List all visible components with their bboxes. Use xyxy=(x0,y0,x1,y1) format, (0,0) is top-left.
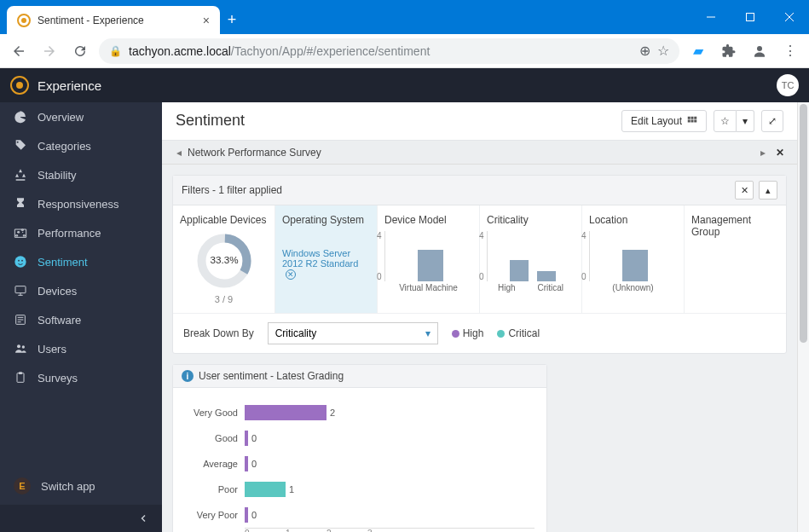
svg-point-4 xyxy=(757,46,762,51)
sidebar-item-label: Devices xyxy=(38,285,77,298)
svg-rect-18 xyxy=(694,117,696,119)
chat-icon[interactable]: ▰ xyxy=(686,39,710,63)
sidebar-item-performance[interactable]: Performance xyxy=(0,218,162,247)
favorite-button[interactable]: ☆ xyxy=(714,110,737,132)
svg-rect-1 xyxy=(747,14,754,21)
filter-applicable-devices: Applicable Devices 33.3% 3 / 9 xyxy=(173,205,275,313)
x-tick: 1 xyxy=(286,529,326,532)
x-tick: 2 xyxy=(326,529,367,532)
scrollbar[interactable] xyxy=(797,102,809,532)
filter-operating-system[interactable]: Operating System Windows Server 2012 R2 … xyxy=(275,205,378,313)
breakdown-select[interactable]: Criticality ▾ xyxy=(268,322,438,344)
info-icon[interactable]: i xyxy=(182,370,194,382)
filter-label: Operating System xyxy=(282,214,370,226)
filter-label: Applicable Devices xyxy=(180,214,268,226)
survey-prev-button[interactable]: ◂ xyxy=(170,147,188,159)
browser-tab[interactable]: Sentiment - Experience × xyxy=(7,6,220,34)
sidebar-item-label: Users xyxy=(38,343,66,356)
extensions-icon[interactable] xyxy=(717,39,741,63)
sidebar-item-stability[interactable]: Stability xyxy=(0,160,162,189)
hbar-category-label: Average xyxy=(185,459,245,469)
filter-location[interactable]: Location 40(Unknown) xyxy=(582,205,685,313)
sidebar-item-label: Sentiment xyxy=(38,256,88,269)
sidebar-collapse-button[interactable] xyxy=(0,505,162,532)
hbar-segment xyxy=(245,482,286,497)
fullscreen-button[interactable]: ⤢ xyxy=(761,110,783,132)
hbar-value: 0 xyxy=(251,433,257,443)
favicon-icon xyxy=(17,14,31,27)
sidebar-item-software[interactable]: Software xyxy=(0,305,162,334)
sidebar-item-label: Software xyxy=(38,314,81,327)
nav-back-button[interactable] xyxy=(7,39,31,63)
svg-point-8 xyxy=(18,260,20,262)
filter-device-model[interactable]: Device Model 40Virtual Machine xyxy=(378,205,480,313)
hbar-category-label: Very Good xyxy=(185,408,245,418)
filters-card: Filters - 1 filter applied ✕ ▴ Applicabl… xyxy=(172,175,787,354)
favorite-menu-button[interactable]: ▾ xyxy=(737,110,754,132)
scrollbar-thumb[interactable] xyxy=(800,104,807,343)
svg-point-5 xyxy=(18,232,19,233)
search-in-page-icon[interactable]: ⊕ xyxy=(639,43,650,59)
sidebar-item-responsiveness[interactable]: Responsiveness xyxy=(0,189,162,218)
filter-os-remove-icon[interactable]: ✕ xyxy=(286,269,296,280)
window-maximize-button[interactable] xyxy=(731,0,770,34)
filter-management-group[interactable]: Management Group xyxy=(685,205,786,313)
smile-icon xyxy=(14,255,27,269)
grid-icon xyxy=(687,116,697,126)
browser-toolbar: 🔒 tachyon.acme.local/Tachyon/App/#/exper… xyxy=(0,34,809,68)
clipboard-icon xyxy=(14,371,27,385)
filter-label: Criticality xyxy=(487,214,575,226)
sidebar-item-devices[interactable]: Devices xyxy=(0,276,162,305)
browser-menu-icon[interactable]: ⋮ xyxy=(778,39,802,63)
window-close-button[interactable] xyxy=(770,0,809,34)
sidebar-item-sentiment[interactable]: Sentiment xyxy=(0,247,162,276)
bookmark-icon[interactable]: ☆ xyxy=(657,43,669,59)
app-header: Experience TC xyxy=(0,68,809,102)
svg-rect-20 xyxy=(691,119,694,122)
window-minimize-button[interactable] xyxy=(691,0,731,34)
svg-point-12 xyxy=(17,344,20,348)
user-avatar[interactable]: TC xyxy=(777,74,799,96)
hbar-segment xyxy=(245,405,326,420)
profile-icon[interactable] xyxy=(748,39,771,63)
url-text: tachyon.acme.local/Tachyon/App/#/experie… xyxy=(129,44,633,58)
gauge-icon xyxy=(14,226,27,240)
hbar-value: 2 xyxy=(330,408,335,418)
hbar-category-label: Poor xyxy=(185,484,245,494)
survey-name: Network Performance Survey xyxy=(188,147,754,159)
hbar-value: 1 xyxy=(289,484,294,494)
hbar-value: 0 xyxy=(251,459,257,469)
filters-header-text: Filters - 1 filter applied xyxy=(182,184,282,196)
filters-collapse-button[interactable]: ▴ xyxy=(759,181,777,200)
breakdown-row: Break Down By Criticality ▾ HighCritical xyxy=(173,313,786,353)
tab-close-icon[interactable]: × xyxy=(203,14,210,27)
sidebar-item-label: Overview xyxy=(38,111,84,124)
breakdown-label: Break Down By xyxy=(183,327,254,339)
edit-layout-button[interactable]: Edit Layout xyxy=(621,110,707,132)
caret-down-icon: ▾ xyxy=(425,327,431,339)
survey-close-button[interactable]: ✕ xyxy=(771,147,789,159)
sidebar-item-overview[interactable]: Overview xyxy=(0,102,162,131)
filter-os-value: Windows Server 2012 R2 Standard ✕ xyxy=(282,248,370,280)
lock-icon: 🔒 xyxy=(109,45,122,57)
list-icon xyxy=(14,313,27,327)
sidebar-item-surveys[interactable]: Surveys xyxy=(0,363,162,392)
donut-chart: 33.3% xyxy=(194,231,254,291)
svg-rect-10 xyxy=(15,286,26,293)
svg-rect-19 xyxy=(688,119,691,122)
svg-rect-16 xyxy=(688,117,691,119)
survey-next-button[interactable]: ▸ xyxy=(754,147,771,159)
switch-app-button[interactable]: E Switch app xyxy=(0,467,162,505)
filters-clear-button[interactable]: ✕ xyxy=(735,181,754,200)
new-tab-button[interactable]: + xyxy=(220,6,244,34)
switch-app-label: Switch app xyxy=(41,480,95,493)
sidebar-item-users[interactable]: Users xyxy=(0,334,162,363)
svg-rect-21 xyxy=(694,119,696,122)
filter-criticality[interactable]: Criticality 40HighCritical xyxy=(480,205,582,313)
sidebar-item-categories[interactable]: Categories xyxy=(0,131,162,160)
nav-reload-button[interactable] xyxy=(68,39,92,63)
svg-rect-14 xyxy=(17,373,24,383)
address-bar[interactable]: 🔒 tachyon.acme.local/Tachyon/App/#/exper… xyxy=(99,38,679,64)
nav-forward-button[interactable] xyxy=(38,39,61,63)
filter-label: Device Model xyxy=(384,214,472,226)
